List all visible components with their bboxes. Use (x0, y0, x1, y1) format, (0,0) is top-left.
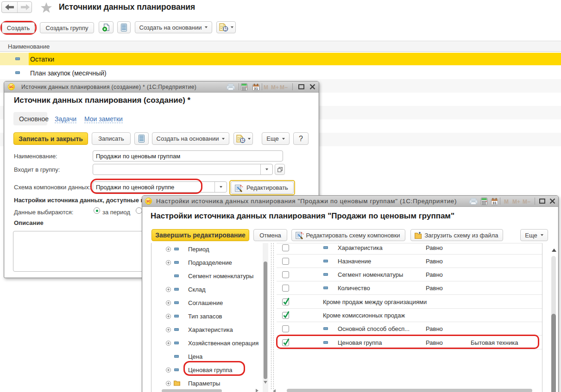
svg-text:31: 31 (492, 201, 497, 205)
svg-text:31: 31 (254, 87, 258, 91)
